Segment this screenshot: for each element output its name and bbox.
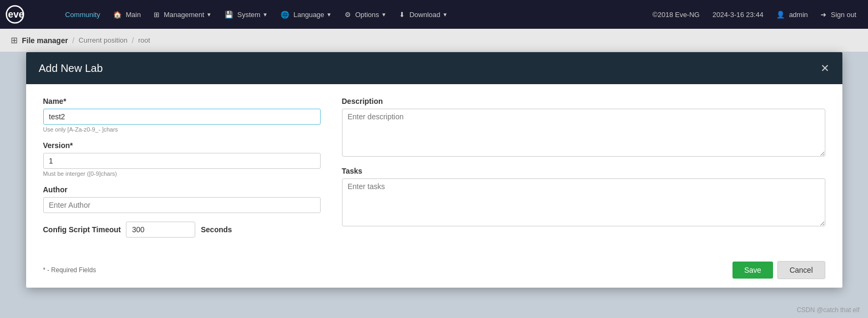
dialog-left-column: Name* Use only [A-Za-z0-9_- ]chars Versi… [43,97,342,246]
current-position-label: Current position [78,36,128,44]
name-hint: Use only [A-Za-z0-9_- ]chars [43,126,321,133]
datetime-text: 2024-3-16 23:44 [712,11,763,19]
system-caret: ▼ [262,12,268,18]
management-label: Management [164,11,204,19]
signout-label: Sign out [831,11,856,19]
dialog-close-button[interactable]: ✕ [821,62,830,75]
nav-admin[interactable]: 👤 admin [770,0,814,29]
breadcrumb-sep2: / [132,36,134,45]
version-field-group: Version* Must be interger ([0-9]chars) [43,141,321,177]
language-label: Language [293,11,324,19]
add-lab-dialog: Add New Lab ✕ Name* Use only [A-Za-z0-9_… [26,52,842,288]
timeout-input[interactable] [126,222,195,238]
file-manager-title: File manager [22,36,68,45]
save-button[interactable]: Save [732,262,773,279]
description-field-group: Description [342,97,825,158]
dialog-title: Add New Lab [39,62,103,75]
name-label: Name* [43,97,321,105]
nav-main[interactable]: 🏠 Main [107,0,147,29]
version-hint: Must be interger ([0-9]chars) [43,170,321,177]
author-label: Author [43,185,321,194]
description-label: Description [342,97,825,105]
version-label: Version* [43,141,321,150]
name-field-group: Name* Use only [A-Za-z0-9_- ]chars [43,97,321,133]
dialog-footer: * - Required Fields Save Cancel [26,255,842,288]
timeout-field-group: Config Script Timeout Seconds [43,222,321,238]
author-input[interactable] [43,197,321,213]
name-input[interactable] [43,109,321,125]
nav-options[interactable]: ⚙ Options ▼ [338,0,393,29]
nav-download[interactable]: ⬇ Download ▼ [393,0,454,29]
download-caret: ▼ [442,12,448,18]
language-icon: 🌐 [281,11,289,19]
system-icon: 💾 [225,11,233,19]
admin-icon: 👤 [776,11,785,19]
file-manager-icon: ⊞ [11,35,18,45]
author-field-group: Author [43,185,321,213]
cancel-button[interactable]: Cancel [777,261,825,279]
options-label: Options [355,11,379,19]
root-label: root [138,36,150,44]
home-icon: 🏠 [113,11,122,19]
tasks-textarea[interactable] [342,178,825,226]
nav-right: ©2018 Eve-NG 2024-3-16 23:44 👤 admin ➜ S… [646,0,863,29]
nav-copyright: ©2018 Eve-NG [646,0,706,29]
admin-label: admin [789,11,808,19]
version-input[interactable] [43,153,321,169]
main-label: Main [126,11,141,19]
nav-signout[interactable]: ➜ Sign out [814,0,863,29]
required-fields-note: * - Required Fields [43,266,96,274]
nav-datetime: 2024-3-16 23:44 [706,0,769,29]
download-icon: ⬇ [399,11,405,19]
copyright-text: ©2018 Eve-NG [652,11,699,19]
dialog-header: Add New Lab ✕ [26,52,842,84]
watermark: CSDN @catch that elf [797,306,859,314]
options-caret: ▼ [381,12,387,18]
nav-community[interactable]: Community [59,0,107,29]
tasks-field-group: Tasks [342,167,825,228]
nav-management[interactable]: ⊞ Management ▼ [147,0,218,29]
download-label: Download [409,11,440,19]
main-content: Add New Lab ✕ Name* Use only [A-Za-z0-9_… [0,52,868,318]
nav-system[interactable]: 💾 System ▼ [218,0,274,29]
signout-icon: ➜ [821,11,826,19]
dialog-body: Name* Use only [A-Za-z0-9_- ]chars Versi… [26,84,842,255]
dialog-right-column: Description Tasks [342,97,825,246]
timeout-label: Config Script Timeout [43,225,121,234]
svg-text:eve: eve [8,9,24,20]
breadcrumb-sep1: / [72,36,74,45]
logo[interactable]: eve [5,5,53,24]
description-textarea[interactable] [342,109,825,157]
nav-language[interactable]: 🌐 Language ▼ [274,0,338,29]
navbar: eve Community 🏠 Main ⊞ Management ▼ 💾 Sy… [0,0,868,29]
language-caret: ▼ [327,12,332,18]
timeout-row: Config Script Timeout Seconds [43,222,321,238]
management-caret: ▼ [206,12,212,18]
tasks-label: Tasks [342,167,825,175]
file-manager-bar: ⊞ File manager / Current position / root [0,29,868,52]
community-label: Community [65,11,100,19]
options-icon: ⚙ [345,11,351,19]
system-label: System [237,11,260,19]
management-icon: ⊞ [154,11,160,19]
seconds-label: Seconds [201,225,232,234]
